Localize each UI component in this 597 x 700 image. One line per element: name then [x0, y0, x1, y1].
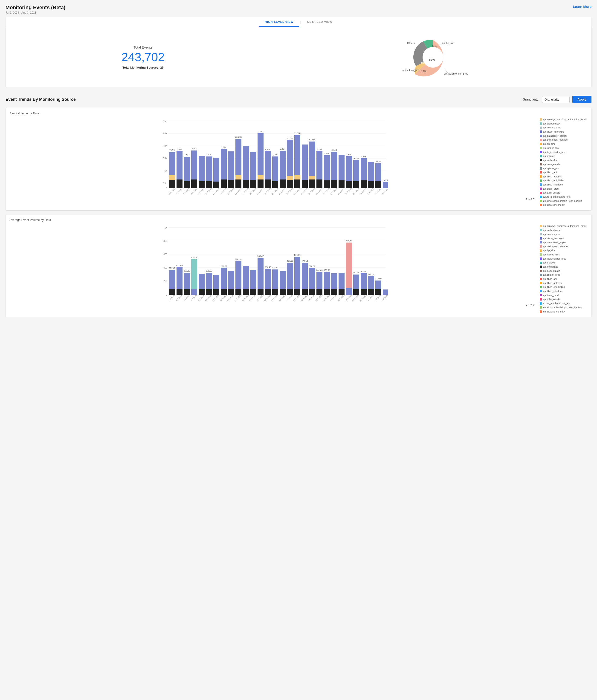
c2-legend-item-7: api.hp_sim: [540, 249, 588, 252]
c2-legend-color-20: [540, 302, 542, 305]
chart2-pagination[interactable]: ▲ 1/2 ▼: [9, 304, 537, 306]
c2-legend-label-19: api.tufin_emails: [543, 298, 560, 301]
bar-8-black: [221, 179, 227, 188]
donut-pct-others: 12%: [419, 62, 424, 65]
svg-text:9.7.2023: 9.7.2023: [198, 188, 205, 195]
c2-bar-21b: [317, 289, 322, 295]
svg-text:22.7.2023: 22.7.2023: [293, 294, 301, 302]
bar-14-black: [265, 179, 271, 188]
legend-label-3: api.centerscape: [543, 126, 560, 129]
c2-legend-label-14: api.tibco_api: [543, 277, 557, 281]
svg-text:17.7.2023: 17.7.2023: [256, 294, 264, 302]
tab-high-level-view[interactable]: HIGH-LEVEL VIEW: [259, 17, 299, 27]
c2-bar-14b: [265, 289, 271, 295]
c2-legend-color-19: [540, 298, 542, 301]
bar-21-black: [317, 179, 322, 188]
chart1-svg: 15K 12.5K 10K 7.5K 5K 2.5K 0: [9, 118, 537, 196]
legend-label-18: api.tmtm_prod: [543, 187, 558, 191]
chart1-pagination[interactable]: ▲ 1/2 ▼: [9, 197, 537, 200]
legend-item-12: api.oem_emails: [540, 163, 588, 166]
c2-legend-color-4: [540, 237, 542, 240]
legend-label-14: api.tibco_api: [543, 171, 557, 174]
svg-text:328.83: 328.83: [184, 270, 190, 272]
c2-bar-19b: [302, 289, 308, 295]
c2-bar-13b: [257, 289, 264, 295]
legend-label-8: api.iseries_test: [543, 146, 559, 150]
c2-legend-label-17: api.tibco_interface: [543, 290, 563, 293]
learn-more-link[interactable]: Learn More: [573, 5, 592, 8]
tab-detailed-view[interactable]: DETAILED VIEW: [302, 17, 338, 27]
svg-text:405.61: 405.61: [221, 265, 227, 267]
c2-legend-label-4: api.cisco_intersight: [543, 236, 564, 240]
svg-text:1K: 1K: [165, 226, 168, 229]
c2-bar-26b: [353, 289, 359, 295]
c2-legend-color-21: [540, 306, 542, 308]
c2-legend-color-15: [540, 282, 542, 284]
legend-color-1: [540, 118, 542, 121]
c2-legend-label-16: api.tibco_edi_bizlink: [543, 285, 565, 289]
svg-text:7.5K: 7.5K: [163, 157, 167, 160]
c2-bar-20b: [309, 289, 315, 295]
c2-bar-12b: [250, 289, 256, 295]
bar-22-black: [324, 180, 330, 188]
chart1-with-legend: 15K 12.5K 10K 7.5K 5K 2.5K 0: [9, 118, 588, 207]
svg-text:29.7.2023: 29.7.2023: [345, 294, 352, 302]
svg-text:2.5K: 2.5K: [163, 182, 167, 184]
legend-label-19: api.tufin_emails: [543, 191, 560, 195]
svg-text:775.87: 775.87: [346, 240, 352, 242]
bar-9-black: [228, 180, 234, 188]
svg-text:0: 0: [166, 294, 167, 296]
c2-bar-22b: [324, 289, 330, 295]
svg-text:26.7.2023: 26.7.2023: [322, 294, 330, 302]
bar-4-black: [191, 179, 197, 188]
total-events-number: 243,702: [121, 51, 165, 63]
bar-11-black: [243, 180, 249, 188]
tab-divider: |: [299, 18, 301, 27]
svg-text:279.51: 279.51: [368, 273, 374, 275]
svg-text:28.7.2023: 28.7.2023: [337, 294, 345, 302]
bar-13-black: [257, 179, 264, 188]
donut-label-others: Others: [407, 42, 415, 44]
svg-text:23.7.2023: 23.7.2023: [300, 188, 308, 195]
svg-text:800: 800: [164, 240, 167, 242]
svg-text:7.7.2023: 7.7.2023: [183, 295, 190, 302]
total-events-label: Total Events: [134, 45, 153, 49]
legend-color-3: [540, 127, 542, 129]
page-title: Monitoring Events (Beta): [5, 5, 65, 10]
svg-text:329.63: 329.63: [206, 270, 212, 272]
svg-text:13.7.2023: 13.7.2023: [227, 294, 234, 302]
svg-text:15.7.2023: 15.7.2023: [242, 188, 249, 195]
svg-text:7.11K: 7.11K: [206, 153, 212, 156]
svg-text:550.47: 550.47: [257, 255, 264, 257]
legend-label-4: api.cisco_intersight: [543, 130, 564, 133]
svg-text:2.8.2023: 2.8.2023: [374, 188, 381, 195]
legend-item-2: api.carbonblack: [540, 122, 588, 125]
c2-legend-color-14: [540, 278, 542, 280]
svg-text:6.63K: 6.63K: [361, 155, 366, 158]
svg-text:339.39: 339.39: [324, 269, 330, 271]
legend-color-15: [540, 175, 542, 178]
c2-bar-9b: [228, 289, 234, 295]
bar-28-black: [368, 181, 374, 188]
svg-text:600: 600: [164, 253, 167, 256]
apply-button[interactable]: Apply: [572, 96, 592, 103]
chart2-svg: 1K 800 600 400 200 0: [9, 224, 537, 303]
c2-bar-27b: [360, 289, 367, 295]
svg-text:23.7.2023: 23.7.2023: [300, 294, 308, 302]
bar-23-black: [331, 180, 337, 188]
chart1-container: Event Volume by Time 15K 12.5K 10K 7.5K …: [5, 108, 592, 210]
svg-text:31.7.2023: 31.7.2023: [359, 294, 367, 302]
svg-text:28.7.2023: 28.7.2023: [337, 188, 345, 195]
legend-item-3: api.centerscape: [540, 126, 588, 129]
legend-color-8: [540, 147, 542, 149]
svg-text:10K: 10K: [163, 145, 167, 147]
legend-label-15: api.tibco_autosys: [543, 175, 562, 178]
svg-text:396.52: 396.52: [309, 265, 315, 267]
granularity-select[interactable]: Granularity Daily Weekly Hourly: [542, 96, 570, 103]
c2-legend-item-8: api.iseries_test: [540, 253, 588, 256]
svg-text:24.7.2023: 24.7.2023: [308, 188, 316, 195]
chart2-bar-chart: 1K 800 600 400 200 0: [9, 224, 537, 313]
svg-text:212.90: 212.90: [375, 277, 381, 280]
chart1-bar-chart: 15K 12.5K 10K 7.5K 5K 2.5K 0: [9, 118, 537, 207]
legend-label-21: emailparser.bladelogic_rear_backup: [543, 199, 582, 203]
